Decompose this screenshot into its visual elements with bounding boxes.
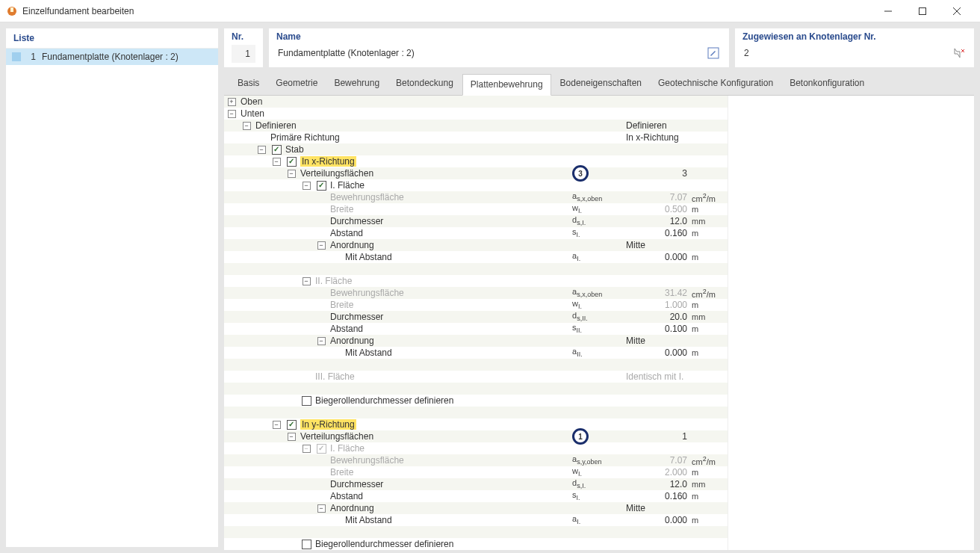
row-label: Breite xyxy=(329,466,572,478)
row-label: Durchmesser xyxy=(329,478,572,490)
row-label[interactable]: Biegerollendurchmesser definieren xyxy=(314,538,572,550)
preview-pane xyxy=(728,96,974,550)
row-label[interactable]: II. Fläche xyxy=(314,275,572,287)
row-anordnung-x-i: − Anordnung Mitte xyxy=(224,239,728,251)
row-label: Bewehrungsfläche xyxy=(329,191,572,203)
row-breite-x-i: Breite wI.0.500m xyxy=(224,203,728,215)
expander-icon[interactable]: − xyxy=(303,445,311,453)
checkbox[interactable] xyxy=(302,540,311,549)
row-bewfl-x-i: Bewehrungsfläche as,x,oben7.07cm2/m xyxy=(224,191,728,203)
row-label[interactable]: Definieren xyxy=(254,120,572,132)
tab-basis[interactable]: Basis xyxy=(230,73,267,95)
row-in-x: − ✓ In x-Richtung xyxy=(224,155,728,167)
expander-icon[interactable]: − xyxy=(273,158,281,166)
row-label: Breite xyxy=(329,203,572,215)
row-mitabstand-x-ii: Mit Abstand aII.0.000m xyxy=(224,347,728,359)
row-label[interactable]: In x-Richtung xyxy=(299,155,572,167)
row-label: Mit Abstand xyxy=(344,347,572,359)
assigned-field: Zugewiesen an Knotenlager Nr. xyxy=(735,28,974,67)
nr-value[interactable]: 1 xyxy=(232,45,255,63)
expander-icon[interactable]: − xyxy=(303,277,311,285)
row-label[interactable]: In y-Richtung xyxy=(299,418,572,430)
row-label: Mit Abstand xyxy=(344,251,572,263)
tab-beton-config[interactable]: Betonkonfiguration xyxy=(782,73,872,95)
expander-icon[interactable]: − xyxy=(317,337,326,345)
expander-icon[interactable]: − xyxy=(317,241,326,250)
row-mitabstand-y-i: Mit Abstand aI.0.000m xyxy=(224,514,728,526)
row-label[interactable]: Unten xyxy=(239,108,572,120)
row-mitabstand-x-i: Mit Abstand aI.0.000m xyxy=(224,251,728,263)
tab-geometrie[interactable]: Geometrie xyxy=(268,73,325,95)
expander-icon[interactable]: − xyxy=(258,146,266,154)
tab-bewehrung[interactable]: Bewehrung xyxy=(326,73,387,95)
row-label: Bewehrungsfläche xyxy=(329,287,572,299)
pick-node-icon[interactable] xyxy=(952,46,967,61)
expander-icon[interactable]: − xyxy=(243,122,251,130)
row-label: Breite xyxy=(329,299,572,311)
list-item[interactable]: 1 Fundamentplatte (Knotenlager : 2) xyxy=(6,49,218,65)
expander-icon[interactable]: − xyxy=(228,110,236,118)
row-biegeroll-y: Biegerollendurchmesser definieren xyxy=(224,538,728,550)
row-label[interactable]: Verteilungsflächen xyxy=(299,430,572,442)
list-header: Liste xyxy=(6,28,218,49)
row-durchmesser-x-i: Durchmesser ds,I.12.0mm xyxy=(224,215,728,227)
row-iii-flaeche-x: III. Fläche Identisch mit I. xyxy=(224,371,728,383)
row-oben: + Oben xyxy=(224,96,728,108)
row-i-flaeche-y: − ✓ I. Fläche xyxy=(224,442,728,454)
list-item-number: 1 xyxy=(25,52,36,62)
tab-row: Basis Geometrie Bewehrung Betondeckung P… xyxy=(224,67,974,95)
svg-rect-3 xyxy=(919,7,926,14)
row-breite-x-ii: Breite wI.1.000m xyxy=(224,299,728,311)
expander-icon[interactable]: − xyxy=(303,182,311,190)
checkbox[interactable]: ✓ xyxy=(287,420,297,430)
row-breite-y-i: Breite wI.2.000m xyxy=(224,466,728,478)
row-bewfl-y-i: Bewehrungsfläche as,y,oben7.07cm2/m xyxy=(224,454,728,466)
row-label: Bewehrungsfläche xyxy=(329,454,572,466)
row-abstand-x-i: Abstand sI.0.160m xyxy=(224,227,728,239)
tab-plattenbewehrung[interactable]: Plattenbewehrung xyxy=(462,74,551,96)
row-label[interactable]: Anordnung xyxy=(329,502,572,514)
assigned-input[interactable] xyxy=(742,45,947,61)
row-label[interactable]: I. Fläche xyxy=(329,179,572,191)
checkbox[interactable]: ✓ xyxy=(317,181,326,191)
checkbox[interactable]: ✓ xyxy=(272,145,282,155)
expander-icon[interactable]: + xyxy=(228,98,236,106)
row-verteil-x: − Verteilungsflächen 3 xyxy=(224,167,728,179)
checkbox[interactable]: ✓ xyxy=(287,157,297,167)
row-label[interactable]: Verteilungsflächen xyxy=(299,167,572,179)
row-label[interactable]: Oben xyxy=(239,96,572,108)
row-label[interactable]: Biegerollendurchmesser definieren xyxy=(314,395,572,407)
row-label: Mit Abstand xyxy=(344,514,572,526)
maximize-button[interactable] xyxy=(905,0,940,22)
row-unten: − Unten xyxy=(224,108,728,120)
row-label: I. Fläche xyxy=(329,442,572,454)
tab-bodeneigenschaften[interactable]: Bodeneigenschaften xyxy=(553,73,649,95)
expander-icon[interactable]: − xyxy=(288,170,296,178)
titlebar: Einzelfundament bearbeiten xyxy=(0,0,980,22)
name-field: Name xyxy=(269,28,729,67)
name-input[interactable] xyxy=(276,45,701,61)
expander-icon[interactable]: − xyxy=(288,433,296,441)
svg-rect-1 xyxy=(10,7,13,12)
expander-icon[interactable]: − xyxy=(273,421,281,429)
row-bewfl-x-ii: Bewehrungsfläche as,x,oben31.42cm2/m xyxy=(224,287,728,299)
row-primaere: Primäre Richtung In x-Richtung xyxy=(224,132,728,143)
row-label: Abstand xyxy=(329,490,572,502)
row-definieren: − Definieren Definieren xyxy=(224,120,728,132)
row-label: Abstand xyxy=(329,227,572,239)
row-label[interactable]: Anordnung xyxy=(329,335,572,347)
minimize-button[interactable] xyxy=(871,0,905,22)
close-button[interactable] xyxy=(940,0,974,22)
row-label[interactable]: Stab xyxy=(284,143,572,155)
row-i-flaeche-x: − ✓ I. Fläche xyxy=(224,179,728,191)
tab-geotech-config[interactable]: Geotechnische Konfiguration xyxy=(651,73,781,95)
nr-field: Nr. 1 xyxy=(224,28,263,67)
edit-name-icon[interactable] xyxy=(705,45,722,61)
expander-icon[interactable]: − xyxy=(317,504,326,513)
annotation-marker-y: 1 xyxy=(572,428,589,445)
tree-area[interactable]: + Oben − Unten − Definieren Definieren P… xyxy=(224,96,728,550)
row-label[interactable]: Anordnung xyxy=(329,239,572,251)
tab-betondeckung[interactable]: Betondeckung xyxy=(388,73,461,95)
checkbox[interactable] xyxy=(302,396,311,406)
app-icon xyxy=(6,5,18,17)
